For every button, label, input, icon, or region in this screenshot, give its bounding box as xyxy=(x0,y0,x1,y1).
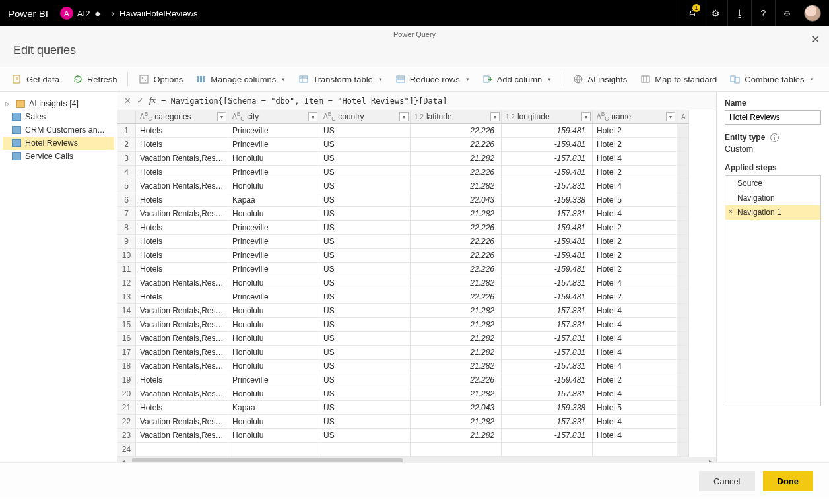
column-header-overflow[interactable]: A xyxy=(677,110,689,124)
column-header-latitude[interactable]: 1.2 latitude▾ xyxy=(411,110,502,124)
row-number[interactable]: 5 xyxy=(117,179,136,193)
column-header-longitude[interactable]: 1.2 longitude▾ xyxy=(502,110,593,124)
row-number[interactable]: 9 xyxy=(117,235,136,249)
cell-latitude: 21.282 xyxy=(411,429,502,443)
column-filter-button[interactable]: ▾ xyxy=(490,112,500,121)
applied-step[interactable]: Source xyxy=(725,176,820,191)
applied-step[interactable]: Navigation xyxy=(725,191,820,205)
column-header-city[interactable]: ABC city▾ xyxy=(228,110,319,124)
row-number[interactable]: 2 xyxy=(117,138,136,152)
row-number[interactable]: 4 xyxy=(117,166,136,179)
refresh-button[interactable]: Refresh xyxy=(67,71,123,87)
row-number[interactable]: 6 xyxy=(117,193,136,207)
row-number[interactable]: 14 xyxy=(117,304,136,318)
download-button[interactable]: ⭳ xyxy=(727,0,751,26)
row-number[interactable]: 22 xyxy=(117,415,136,429)
query-item[interactable]: Service Calls xyxy=(3,150,114,163)
scroll-gutter xyxy=(677,429,689,443)
get-data-button[interactable]: Get data xyxy=(7,71,65,87)
scroll-gutter xyxy=(677,235,689,249)
cell-latitude: 22.226 xyxy=(411,235,502,249)
cancel-button[interactable]: Cancel xyxy=(699,471,754,491)
notifications-button[interactable]: 🕭 1 xyxy=(680,0,704,26)
breadcrumb-dataset[interactable]: HawaiiHotelReviews xyxy=(119,9,198,18)
premium-diamond-icon: ◆ xyxy=(95,9,100,18)
row-number[interactable]: 23 xyxy=(117,429,136,443)
feedback-button[interactable]: ☺ xyxy=(775,0,799,26)
queries-group[interactable]: ▷ AI insights [4] xyxy=(3,97,114,110)
formula-cancel-button[interactable]: ✕ xyxy=(124,96,131,106)
query-item-label: Service Calls xyxy=(25,152,73,161)
manage-columns-button[interactable]: Manage columns▾ xyxy=(191,71,290,87)
row-number[interactable]: 11 xyxy=(117,263,136,276)
column-filter-button[interactable]: ▾ xyxy=(666,112,675,121)
workspace-avatar[interactable]: A xyxy=(60,7,73,20)
dialog-crumb: Power Query xyxy=(0,26,829,38)
formula-text[interactable]: = Navigation{[Schema = "dbo", Item = "Ho… xyxy=(161,96,710,106)
cell-longitude: -159.481 xyxy=(502,373,593,387)
query-name-input[interactable] xyxy=(725,110,821,125)
done-button[interactable]: Done xyxy=(763,471,814,491)
ai-insights-button[interactable]: AI insights xyxy=(568,71,632,87)
refresh-icon xyxy=(73,74,83,84)
settings-button[interactable]: ⚙ xyxy=(704,0,727,26)
map-to-standard-button[interactable]: Map to standard xyxy=(635,71,722,87)
row-number[interactable]: 10 xyxy=(117,249,136,263)
svg-rect-1 xyxy=(140,75,148,83)
query-item[interactable]: Hotel Reviews xyxy=(3,137,114,150)
row-number[interactable]: 15 xyxy=(117,318,136,332)
column-filter-button[interactable]: ▾ xyxy=(581,112,591,121)
cell-latitude: 21.282 xyxy=(411,276,502,290)
table-icon xyxy=(12,152,21,160)
scroll-left-arrow-icon[interactable]: ◂ xyxy=(121,458,125,462)
column-filter-button[interactable]: ▾ xyxy=(217,112,226,121)
row-number[interactable]: 21 xyxy=(117,401,136,415)
cell-latitude: 21.282 xyxy=(411,207,502,221)
row-number[interactable]: 18 xyxy=(117,360,136,373)
scroll-right-arrow-icon[interactable]: ▸ xyxy=(709,458,712,462)
row-number[interactable]: 24 xyxy=(117,443,136,457)
query-item[interactable]: Sales xyxy=(3,110,114,123)
formula-accept-button[interactable]: ✓ xyxy=(137,96,144,106)
svg-rect-9 xyxy=(484,76,489,82)
column-header-categories[interactable]: ABC categories▾ xyxy=(136,110,228,124)
row-number[interactable]: 8 xyxy=(117,221,136,235)
get-data-icon xyxy=(12,74,22,84)
row-number[interactable]: 17 xyxy=(117,346,136,360)
row-number[interactable]: 12 xyxy=(117,276,136,290)
horizontal-scrollbar[interactable]: ◂ ▸ xyxy=(117,457,716,462)
reduce-rows-button[interactable]: Reduce rows▾ xyxy=(390,71,475,87)
cell-longitude: -159.481 xyxy=(502,249,593,263)
row-number[interactable]: 1 xyxy=(117,124,136,138)
help-button[interactable]: ? xyxy=(751,0,775,26)
dialog-close-button[interactable]: ✕ xyxy=(811,33,820,46)
column-filter-button[interactable]: ▾ xyxy=(308,112,317,121)
row-number[interactable]: 19 xyxy=(117,373,136,387)
column-filter-button[interactable]: ▾ xyxy=(399,112,409,121)
cell-country: US xyxy=(319,152,411,166)
info-icon[interactable]: i xyxy=(770,133,779,142)
row-number[interactable]: 3 xyxy=(117,152,136,166)
cell-city: Kapaa xyxy=(228,193,319,207)
transform-table-button[interactable]: Transform table▾ xyxy=(293,71,387,87)
data-grid: ABC categories▾ABC city▾ABC country▾1.2 … xyxy=(117,110,716,457)
refresh-label: Refresh xyxy=(87,75,117,84)
add-column-button[interactable]: Add column▾ xyxy=(477,71,557,87)
cell-longitude: -157.831 xyxy=(502,304,593,318)
options-button[interactable]: Options xyxy=(133,71,188,87)
row-number[interactable]: 16 xyxy=(117,332,136,346)
workspace-name[interactable]: AI2 xyxy=(77,9,90,18)
row-number[interactable]: 13 xyxy=(117,290,136,304)
user-avatar[interactable] xyxy=(804,5,821,22)
combine-tables-button[interactable]: Combine tables▾ xyxy=(725,71,818,87)
column-header-country[interactable]: ABC country▾ xyxy=(319,110,411,124)
applied-step[interactable]: Navigation 1 xyxy=(725,205,820,220)
row-number[interactable]: 20 xyxy=(117,387,136,401)
column-header-name[interactable]: ABC name▾ xyxy=(593,110,677,124)
cell-longitude: -159.481 xyxy=(502,138,593,152)
query-item[interactable]: CRM Customers an... xyxy=(3,123,114,137)
cell-country: US xyxy=(319,415,411,429)
cell-city: Honolulu xyxy=(228,387,319,401)
scroll-thumb[interactable] xyxy=(132,458,403,462)
row-number[interactable]: 7 xyxy=(117,207,136,221)
